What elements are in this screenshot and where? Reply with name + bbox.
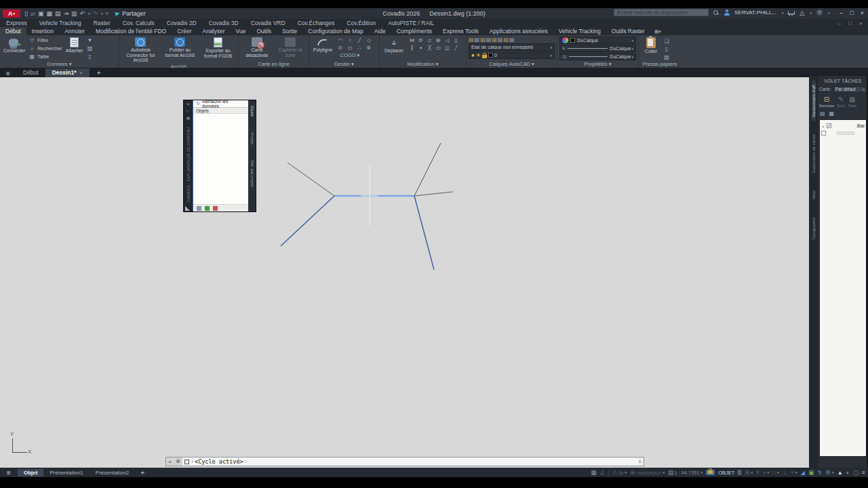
command-close-icon[interactable]: × <box>168 459 172 465</box>
connect-button[interactable]: + Connecter <box>2 37 26 54</box>
ribbon-tab-d-but[interactable]: Début <box>0 27 26 35</box>
table-button[interactable]: ▦Table <box>28 53 62 60</box>
ribbon-tab-applications-associ-es[interactable]: Applications associées <box>484 27 553 35</box>
layer-tool-icon[interactable]: ▤ <box>498 37 503 43</box>
qat-customize-icon[interactable]: ▾ <box>106 10 109 17</box>
new-layout-button[interactable]: + <box>135 469 150 476</box>
layer-tool-icon[interactable]: ▤ <box>503 37 509 43</box>
annotation-monitor-icon[interactable]: ▲ <box>837 469 842 476</box>
walk-icon[interactable]: ↯ <box>817 469 822 476</box>
ribbon-tab-vue[interactable]: Vue <box>231 27 252 35</box>
command-history-icon[interactable]: ∧ <box>638 459 644 464</box>
group-label-modification[interactable]: Modification ▾ <box>380 61 466 68</box>
ribbon-tab-compl-ments[interactable]: Compléments <box>391 27 437 35</box>
cad-line[interactable] <box>414 196 434 270</box>
command-recent-icon[interactable] <box>184 460 189 464</box>
draw-tool-icon[interactable]: ○ <box>346 37 354 44</box>
group-label-calques[interactable]: Calques AutoCAD ▾ <box>467 61 557 68</box>
close-button[interactable]: × <box>861 9 864 16</box>
drawing-tab-dessin1-[interactable]: Dessin1*× <box>45 68 90 77</box>
layer-tool-icon[interactable]: ▤ <box>486 37 492 43</box>
map-select[interactable]: Par défaut▾ <box>833 86 867 93</box>
palette-object-list[interactable] <box>193 114 248 204</box>
ribbon-tab-cr-er[interactable]: Créer <box>172 27 197 35</box>
palette-tab-objets[interactable]: Objets <box>250 106 254 117</box>
new-file-icon[interactable]: ▯ <box>24 10 28 17</box>
layout-tab-objet[interactable]: Objet <box>18 469 43 476</box>
app-store-cart-icon[interactable] <box>788 10 795 16</box>
draw-tool-icon[interactable]: ▭ <box>346 45 354 52</box>
table-grid-button[interactable]: ▦Table <box>848 96 856 108</box>
columns-icon[interactable] <box>738 470 741 475</box>
share-button[interactable]: Partager <box>115 10 146 17</box>
layer-visibility-checkbox[interactable] <box>827 123 831 128</box>
refresh-data-button[interactable]: ↻ Rafraîchir les données <box>193 100 248 108</box>
clean-screen-icon[interactable]: ▢ <box>853 469 859 476</box>
taskpane-tab-atlas[interactable]: Atlas <box>812 186 816 203</box>
polar-tracking-icon[interactable]: ⌖▾ <box>763 469 769 476</box>
ribbon-tab-vehicle-tracking[interactable]: Vehicle Tracking <box>553 27 606 35</box>
query-filter-button[interactable]: ▼ <box>87 37 94 44</box>
cad-line[interactable] <box>414 143 441 196</box>
export-fgdb-button[interactable]: Exporter au format FGDB <box>200 37 236 59</box>
snap-mode-icon[interactable]: # <box>756 469 760 476</box>
tray-folder-icon[interactable]: ▣ <box>808 469 814 476</box>
isolate-objects-icon[interactable]: ◐ <box>846 469 850 476</box>
help-icon[interactable]: ? <box>816 9 823 16</box>
command-customize-icon[interactable]: ⚙ <box>176 459 180 464</box>
drawing-canvas[interactable]: Y X × ⚙ ▾ <Cycle activé> ∧ × ⊢ ▣ COVADIS <box>0 77 809 468</box>
modify-tool-icon[interactable]: ▱ <box>426 37 433 44</box>
doc-close-button[interactable]: × <box>859 20 863 26</box>
capture-zone-button[interactable]: Capturer la zone <box>275 37 305 58</box>
modify-tool-icon[interactable]: ◫ <box>443 45 451 52</box>
search-input[interactable] <box>614 9 709 16</box>
snap-grid-icon[interactable]: ▦ <box>591 469 596 476</box>
palette-layers-icon[interactable] <box>197 206 201 211</box>
layout-tab-pr-sentation1[interactable]: Présentation1 <box>43 469 89 476</box>
menu-cov-changes[interactable]: Cov.Échanges <box>292 20 341 26</box>
modify-tool-icon[interactable]: ⋈ <box>408 37 416 44</box>
palette-tab-projets[interactable]: Projets <box>250 133 254 144</box>
ribbon-tab-configuration-de-map[interactable]: Configuration de Map <box>302 27 368 35</box>
taskpane-tab-gestionnaire-d-aff-[interactable]: Gestionnaire d'aff. <box>812 80 816 121</box>
palette-tab-r-f-aux-projets[interactable]: Réf. aux projets <box>250 161 254 187</box>
layout-tab-pr-sentation2[interactable]: Présentation2 <box>90 469 135 476</box>
layer-on-bulb-icon[interactable]: ● <box>471 52 475 58</box>
data-query-icon[interactable]: ▦ <box>829 110 835 117</box>
layer-visibility-checkbox-2[interactable] <box>821 131 826 136</box>
user-name[interactable]: SERVAT-PHILL... <box>734 9 776 16</box>
geolocation-icon[interactable]: ⊕<aucun(e)>▾ <box>630 469 665 476</box>
viewport-scale-icon[interactable]: ▤1 : 94.7351▾ <box>668 469 703 476</box>
attach-button[interactable]: Attacher <box>64 37 84 54</box>
ribbon-tab-express-tools[interactable]: Express Tools <box>437 27 484 35</box>
graphics-performance-icon[interactable]: ◢ <box>801 469 806 476</box>
modify-tool-icon[interactable]: ╳ <box>426 45 433 52</box>
palette-properties-icon[interactable]: ▣ <box>186 115 191 120</box>
autodesk-icon[interactable]: △ <box>800 9 804 16</box>
open-folder-icon[interactable]: ▱ <box>31 10 35 17</box>
ribbon-tab-outils-raster[interactable]: Outils Raster <box>606 27 650 35</box>
document-button[interactable]: ▯ <box>87 53 94 60</box>
new-drawing-tab-button[interactable]: + <box>92 69 106 77</box>
draw-tool-icon[interactable]: ⊚ <box>365 45 373 52</box>
donnees-database-button[interactable]: ⊟Données <box>819 96 834 108</box>
layer-tool-icon[interactable]: ▤ <box>475 37 480 43</box>
ui-lock-icon[interactable] <box>706 470 715 475</box>
ribbon-tab-modification-de-l-entit-fdo[interactable]: Modification de l'entité FDO <box>90 27 172 35</box>
object-snap-icon[interactable]: □▾ <box>772 469 779 476</box>
group-label-proprietes[interactable]: Propriétés ▾ <box>557 61 638 68</box>
cad-line[interactable] <box>288 163 334 196</box>
cut-button[interactable]: ▯ <box>663 45 670 53</box>
layer-lock-icon[interactable] <box>482 55 487 58</box>
layer-tool-icon[interactable]: ▤ <box>469 37 474 43</box>
menu-cov-dition[interactable]: Cov.Édition <box>340 20 382 26</box>
menu-express[interactable]: Express <box>0 20 33 26</box>
ribbon-tab-aide[interactable]: Aide <box>369 27 391 35</box>
dynamic-ucs-icon[interactable]: ⊥ <box>783 469 787 476</box>
user-avatar-icon[interactable] <box>724 9 730 16</box>
draw-tool-icon[interactable]: ╱ <box>355 37 363 44</box>
customization-menu-icon[interactable]: ≡ <box>862 469 865 476</box>
paste-button[interactable]: Coller <box>641 37 661 55</box>
minimize-button[interactable]: – <box>840 9 843 16</box>
ribbon-tab-analyser[interactable]: Analyser <box>197 27 231 35</box>
